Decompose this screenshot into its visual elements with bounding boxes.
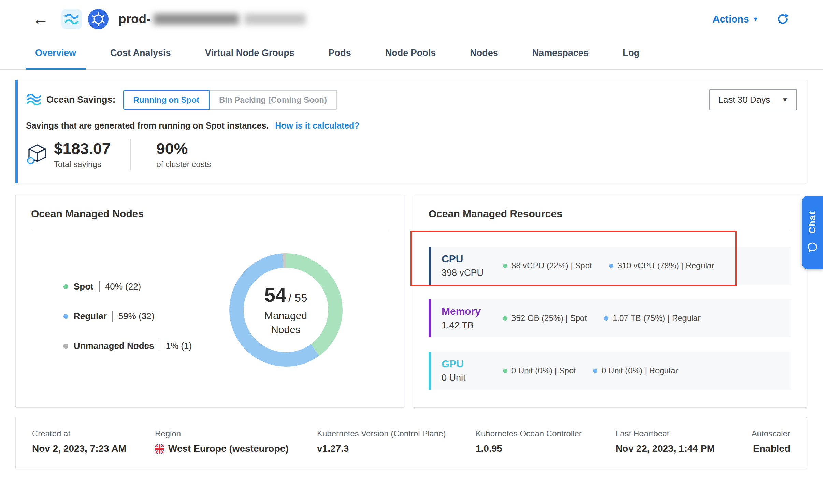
spot-dot xyxy=(503,316,507,321)
tab-bar: Overview Cost Analysis Virtual Node Grou… xyxy=(0,38,823,70)
redacted-cluster-id xyxy=(244,14,306,25)
redacted-cluster-name xyxy=(154,14,239,25)
refresh-icon[interactable] xyxy=(777,13,789,25)
info-ocean-controller: Kubernetes Ocean Controller 1.0.95 xyxy=(476,429,616,454)
info-region: Region xyxy=(155,429,317,454)
ocean-waves-icon xyxy=(26,93,42,107)
memory-total: 1.42 TB xyxy=(442,320,503,331)
chat-button-label: Chat xyxy=(807,211,818,234)
memory-name: Memory xyxy=(442,306,503,317)
donut-label: Managed Nodes xyxy=(264,309,307,337)
donut-chart-area: 54 / 55 Managed Nodes xyxy=(183,249,389,371)
info-autoscaler: Autoscaler Enabled xyxy=(752,429,790,454)
gpu-regular-stat: 0 Unit (0%) | Regular xyxy=(593,366,678,375)
tab-node-pools[interactable]: Node Pools xyxy=(376,38,446,70)
savings-description-text: Savings that are generated from running … xyxy=(26,121,269,130)
ocean-managed-nodes-card: Ocean Managed Nodes Spot 40% (22) Regula… xyxy=(15,195,404,408)
resource-row-gpu: GPU 0 Unit 0 Unit (0%) | Spot 0 Unit (0%… xyxy=(429,352,791,390)
savings-metrics-row: $183.07 Total savings 90% of cluster cos… xyxy=(26,139,797,170)
resource-row-memory: Memory 1.42 TB 352 GB (25%) | Spot 1.07 … xyxy=(429,299,791,337)
cards-row: Ocean Managed Nodes Spot 40% (22) Regula… xyxy=(15,195,807,408)
resource-rows: CPU 398 vCPU 88 vCPU (22%) | Spot 310 vC… xyxy=(429,247,791,390)
total-count: / 55 xyxy=(288,292,307,305)
regular-legend-label: Regular xyxy=(74,311,107,322)
managed-nodes-title: Ocean Managed Nodes xyxy=(31,208,389,220)
header-actions: Actions ▾ xyxy=(713,13,789,25)
cpu-total: 398 vCPU xyxy=(442,268,503,278)
legend-item-regular: Regular 59% (32) xyxy=(63,311,183,322)
actions-button-label: Actions xyxy=(713,14,749,25)
info-last-heartbeat: Last Heartbeat Nov 22, 2023, 1:44 PM xyxy=(616,429,752,454)
tab-namespaces[interactable]: Namespaces xyxy=(523,38,598,70)
savings-cube-icon xyxy=(26,143,48,167)
regular-dot xyxy=(593,369,597,373)
unmanaged-legend-dot xyxy=(63,344,68,349)
ocean-savings-panel: Ocean Savings: Running on Spot Bin Packi… xyxy=(15,80,807,183)
managed-count: 54 xyxy=(264,283,287,306)
chat-bubble-icon xyxy=(807,242,818,254)
gpu-total: 0 Unit xyxy=(442,373,503,383)
legend-item-unmanaged: Unmanaged Nodes 1% (1) xyxy=(63,341,183,351)
regular-dot xyxy=(609,264,613,268)
gpu-name: GPU xyxy=(442,358,503,370)
spot-dot xyxy=(503,264,507,268)
dropdown-caret-icon: ▼ xyxy=(782,96,788,104)
savings-header-row: Ocean Savings: Running on Spot Bin Packi… xyxy=(26,89,797,110)
unmanaged-legend-label: Unmanaged Nodes xyxy=(74,341,154,351)
cluster-title: prod- xyxy=(118,12,306,26)
resource-row-cpu: CPU 398 vCPU 88 vCPU (22%) | Spot 310 vC… xyxy=(429,247,791,285)
cpu-name: CPU xyxy=(442,253,503,265)
tab-overview[interactable]: Overview xyxy=(26,38,86,70)
chat-button[interactable]: Chat xyxy=(802,196,823,269)
bin-packing-toggle: Bin Packing (Coming Soon) xyxy=(210,90,337,110)
ocean-savings-label: Ocean Savings: xyxy=(46,94,116,105)
divider xyxy=(429,229,791,229)
actions-button[interactable]: Actions ▾ xyxy=(713,14,757,25)
cluster-info-bar: Created at Nov 2, 2023, 7:23 AM Region xyxy=(15,417,807,469)
memory-spot-stat: 352 GB (25%) | Spot xyxy=(503,313,587,323)
info-k8s-version: Kubernetes Version (Control Plane) v1.27… xyxy=(317,429,476,454)
how-calculated-link[interactable]: How is it calculated? xyxy=(275,121,359,130)
metric-divider xyxy=(130,139,131,170)
time-range-value: Last 30 Days xyxy=(718,94,770,105)
regular-legend-dot xyxy=(63,314,68,319)
managed-nodes-body: Spot 40% (22) Regular 59% (32) Unmanaged… xyxy=(31,249,389,371)
back-button[interactable]: ← xyxy=(32,11,49,27)
regular-dot xyxy=(604,316,608,321)
donut-center-text: 54 / 55 Managed Nodes xyxy=(225,249,347,371)
divider xyxy=(31,229,389,229)
spot-legend-value: 40% (22) xyxy=(99,281,141,292)
tab-virtual-node-groups[interactable]: Virtual Node Groups xyxy=(196,38,304,70)
tab-nodes[interactable]: Nodes xyxy=(460,38,508,70)
total-savings-value: $183.07 xyxy=(54,140,111,157)
spot-legend-dot xyxy=(63,284,68,289)
tab-pods[interactable]: Pods xyxy=(319,38,361,70)
spot-ocean-logo-icon xyxy=(61,9,82,30)
page: ← xyxy=(0,0,823,504)
gpu-spot-stat: 0 Unit (0%) | Spot xyxy=(503,366,576,375)
time-range-dropdown[interactable]: Last 30 Days ▼ xyxy=(709,89,797,110)
managed-resources-title: Ocean Managed Resources xyxy=(429,208,791,220)
kubernetes-logo-icon xyxy=(88,9,109,30)
nodes-legend: Spot 40% (22) Regular 59% (32) Unmanaged… xyxy=(63,249,183,371)
cpu-spot-stat: 88 vCPU (22%) | Spot xyxy=(503,261,592,270)
spot-dot xyxy=(503,369,507,373)
spot-legend-label: Spot xyxy=(74,281,93,292)
running-on-spot-toggle[interactable]: Running on Spot xyxy=(123,90,210,110)
tab-log[interactable]: Log xyxy=(613,38,649,70)
donut-chart: 54 / 55 Managed Nodes xyxy=(225,249,347,371)
header: ← xyxy=(0,0,823,38)
cpu-regular-stat: 310 vCPU (78%) | Regular xyxy=(609,261,714,270)
cluster-cost-percent: 90% xyxy=(156,140,211,157)
info-created-at: Created at Nov 2, 2023, 7:23 AM xyxy=(32,429,155,454)
cluster-title-prefix: prod- xyxy=(118,12,151,26)
savings-description: Savings that are generated from running … xyxy=(26,121,797,131)
ocean-managed-resources-card: Ocean Managed Resources CPU 398 vCPU 88 … xyxy=(413,195,807,408)
regular-legend-value: 59% (32) xyxy=(112,311,155,322)
total-savings-label: Total savings xyxy=(54,160,111,169)
legend-item-spot: Spot 40% (22) xyxy=(63,281,183,292)
main-content: Ocean Savings: Running on Spot Bin Packi… xyxy=(0,80,823,469)
memory-regular-stat: 1.07 TB (75%) | Regular xyxy=(604,313,701,323)
cluster-cost-metric: 90% of cluster costs xyxy=(156,140,211,169)
tab-cost-analysis[interactable]: Cost Analysis xyxy=(101,38,181,70)
